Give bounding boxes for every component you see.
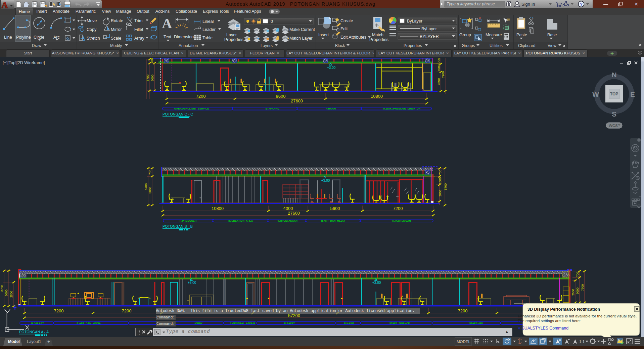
svg-text:27600: 27600	[291, 98, 303, 103]
svg-text:Base: Base	[547, 33, 557, 37]
svg-text:POTONGAN C - C: POTONGAN C - C	[163, 112, 193, 116]
svg-text:10800: 10800	[371, 94, 383, 99]
svg-text:+3.00: +3.00	[188, 281, 196, 285]
svg-text:700: 700	[576, 272, 579, 277]
svg-text:Array: Array	[134, 36, 145, 41]
svg-text:STAFF.HRD: STAFF.HRD	[265, 107, 279, 110]
svg-text:7700: 7700	[581, 284, 584, 291]
svg-text:7200: 7200	[122, 308, 132, 313]
svg-text:700: 700	[150, 58, 154, 63]
svg-text:Layers: Layers	[261, 43, 273, 48]
svg-text:S: S	[612, 110, 616, 118]
svg-text:Leader: Leader	[202, 27, 216, 32]
svg-text:Clipboard: Clipboard	[518, 43, 535, 48]
svg-text:R.RAPAT: R.RAPAT	[284, 322, 295, 325]
svg-text:[−][Top][2D Wireframe]: [−][Top][2D Wireframe]	[3, 60, 45, 65]
svg-text:5600: 5600	[330, 206, 340, 211]
svg-text:R.PERTEMUAN: R.PERTEMUAN	[392, 219, 411, 222]
svg-text:5700: 5700	[444, 183, 447, 190]
svg-text:STAFF FINANCE: STAFF FINANCE	[389, 322, 410, 325]
svg-text:Text: Text	[164, 35, 171, 39]
svg-text:Paste: Paste	[516, 33, 527, 37]
svg-text:Layout1: Layout1	[27, 339, 41, 344]
svg-text:7200: 7200	[458, 308, 468, 313]
svg-text:POTONGAN A - A: POTONGAN A - A	[19, 330, 49, 334]
svg-text:+3.00: +3.00	[321, 179, 330, 182]
svg-text:3700: 3700	[146, 75, 149, 81]
svg-text:Fillet: Fillet	[134, 27, 143, 32]
svg-text:ByLayer: ByLayer	[421, 27, 437, 31]
svg-text:3000: 3000	[5, 290, 8, 296]
svg-text:2000: 2000	[439, 190, 442, 197]
svg-text:+3.00: +3.00	[327, 66, 336, 70]
svg-text:PERPUSTAKAAN: PERPUSTAKAAN	[277, 219, 297, 222]
svg-text:Polyline: Polyline	[16, 35, 31, 40]
svg-text:Properties: Properties	[404, 43, 422, 48]
svg-text:LOBBY: LOBBY	[194, 322, 202, 325]
svg-text:Linear: Linear	[202, 19, 214, 24]
svg-text:7200: 7200	[54, 308, 64, 313]
svg-text:Stretch: Stretch	[87, 36, 100, 41]
svg-text:R.DIR.ART: R.DIR.ART	[31, 322, 44, 325]
svg-text:Properties: Properties	[224, 37, 243, 42]
svg-text:R.KASIR: R.KASIR	[344, 322, 355, 325]
svg-text:Line: Line	[4, 35, 12, 40]
svg-text:R.ART DAN MEDIA: R.ART DAN MEDIA	[77, 322, 101, 325]
svg-text:Draw: Draw	[32, 43, 41, 48]
svg-text:Model: Model	[8, 339, 20, 344]
svg-text:4000: 4000	[283, 206, 293, 211]
svg-text:1000: 1000	[439, 177, 442, 184]
svg-text:3700: 3700	[0, 285, 4, 292]
svg-text:Rotate: Rotate	[111, 18, 123, 23]
svg-text:Match Layer: Match Layer	[289, 36, 313, 41]
svg-text:N: N	[611, 71, 616, 79]
svg-text:Edit: Edit	[340, 27, 348, 31]
svg-text:Edit Attributes: Edit Attributes	[340, 35, 366, 40]
svg-text:MODEL: MODEL	[457, 340, 471, 344]
svg-text:R.KEP.DEP.CLIENT SERVICE: R.KEP.DEP.CLIENT SERVICE	[174, 107, 209, 110]
svg-text:+: +	[47, 339, 50, 344]
svg-text:Make Current: Make Current	[289, 27, 315, 32]
svg-text:7700: 7700	[442, 71, 445, 78]
svg-text:STAFF.HRD: STAFF.HRD	[469, 322, 483, 325]
svg-text:Insert: Insert	[318, 33, 329, 37]
svg-text:10800: 10800	[212, 206, 224, 211]
svg-text:R.GENERAL AFFAIR: R.GENERAL AFFAIR	[230, 322, 255, 325]
svg-text:Match: Match	[372, 33, 383, 37]
svg-text:Utilities: Utilities	[490, 43, 503, 48]
svg-text:5700: 5700	[144, 183, 148, 190]
svg-text:Circle: Circle	[34, 35, 44, 40]
svg-text:WCS: WCS	[609, 124, 618, 128]
svg-text:3300: 3300	[437, 78, 441, 85]
svg-text:W: W	[592, 90, 599, 98]
svg-text:R.WAKI.PRESIDEN DIREKTUR: R.WAKI.PRESIDEN DIREKTUR	[383, 107, 421, 110]
svg-text:Arc: Arc	[53, 35, 60, 40]
svg-text:+3.00: +3.00	[372, 281, 381, 285]
svg-text:700: 700	[439, 170, 442, 175]
svg-text:Scale: Scale	[111, 36, 121, 41]
svg-text:R.RAPAT: R.RAPAT	[326, 107, 337, 110]
svg-text:Move: Move	[87, 18, 97, 23]
svg-text:R.PRODUCER: R.PRODUCER	[180, 219, 197, 222]
svg-text:7200: 7200	[393, 206, 403, 211]
svg-text:7200: 7200	[196, 94, 206, 99]
svg-text:E: E	[630, 90, 635, 98]
svg-text:1:1: 1:1	[579, 340, 585, 344]
svg-text:ByLayer: ByLayer	[407, 19, 422, 24]
svg-text:Dimension: Dimension	[174, 35, 194, 39]
svg-text:4000: 4000	[437, 64, 441, 71]
svg-text:Layer: Layer	[226, 33, 237, 37]
svg-text:700: 700	[148, 170, 152, 175]
svg-text:57200: 57200	[288, 313, 300, 318]
svg-text:700: 700	[437, 58, 441, 63]
svg-text:Copy: Copy	[87, 27, 97, 32]
svg-text:RECREATION AREA: RECREATION AREA	[228, 219, 253, 222]
svg-text:Block: Block	[335, 43, 345, 48]
svg-text:27600: 27600	[288, 211, 300, 216]
svg-text:Groups: Groups	[462, 43, 475, 48]
svg-text:R.ART DAN MEDIA: R.ART DAN MEDIA	[321, 219, 345, 222]
svg-text:3000: 3000	[576, 288, 579, 294]
svg-text:Sign In: Sign In	[521, 2, 535, 7]
svg-text:Table: Table	[202, 36, 213, 40]
svg-text:Trim: Trim	[134, 18, 143, 23]
